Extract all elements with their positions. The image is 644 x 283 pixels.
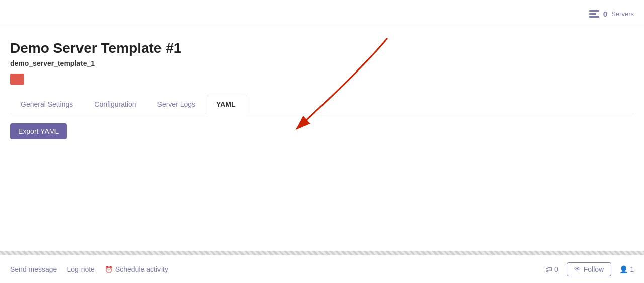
person-icon: 👤 <box>619 265 628 273</box>
schedule-activity-label: Schedule activity <box>115 265 168 273</box>
clock-icon <box>105 265 113 273</box>
tab-configuration[interactable]: Configuration <box>84 95 146 113</box>
footer-divider <box>0 251 644 255</box>
page-subtitle: demo_server_template_1 <box>10 59 634 67</box>
servers-icon <box>589 10 599 18</box>
tag-count-value: 0 <box>554 265 558 273</box>
follow-button[interactable]: 👁 Follow <box>567 262 611 276</box>
main-content: Demo Server Template #1 demo_server_temp… <box>0 28 644 251</box>
log-note-button[interactable]: Log note <box>67 265 95 273</box>
send-message-button[interactable]: Send message <box>10 265 57 273</box>
color-swatch[interactable] <box>10 74 24 85</box>
export-yaml-button[interactable]: Export YAML <box>10 123 67 139</box>
bottom-actions-right: 🏷 0 👁 Follow 👤 1 <box>545 262 634 276</box>
servers-widget[interactable]: 0 Servers <box>589 10 634 18</box>
tag-count[interactable]: 🏷 0 <box>545 265 558 273</box>
tab-yaml[interactable]: YAML <box>206 95 246 113</box>
follow-label: Follow <box>584 265 604 273</box>
top-bar: 0 Servers <box>0 0 644 28</box>
tab-server-logs[interactable]: Server Logs <box>147 95 206 113</box>
follower-count[interactable]: 👤 1 <box>619 265 634 273</box>
send-message-label: Send message <box>10 265 57 273</box>
tag-icon: 🏷 <box>545 265 552 273</box>
bottom-actions-left: Send message Log note Schedule activity <box>10 265 545 273</box>
log-note-label: Log note <box>67 265 95 273</box>
follower-count-value: 1 <box>630 265 634 273</box>
page-title: Demo Server Template #1 <box>10 40 634 56</box>
tabs-container: General Settings Configuration Server Lo… <box>10 95 634 113</box>
schedule-activity-button[interactable]: Schedule activity <box>105 265 168 273</box>
bottom-bar: Send message Log note Schedule activity … <box>0 255 644 283</box>
tab-general-settings[interactable]: General Settings <box>10 95 84 113</box>
follow-icon: 👁 <box>574 265 581 273</box>
servers-label: Servers <box>611 10 634 18</box>
servers-count: 0 <box>603 10 607 18</box>
